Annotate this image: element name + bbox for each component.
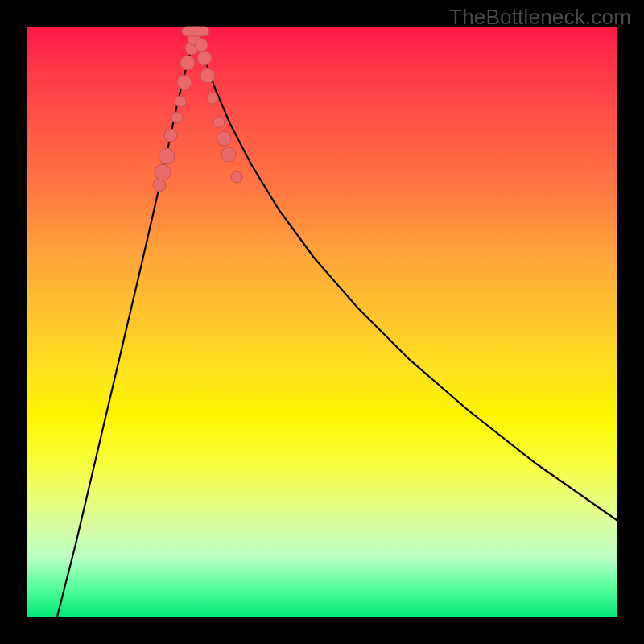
data-marker — [177, 75, 192, 89]
data-marker — [197, 51, 212, 65]
plot-area — [27, 27, 617, 617]
data-marker — [155, 164, 171, 180]
data-marker — [180, 56, 195, 70]
watermark-text: TheBottleneck.com — [449, 5, 631, 30]
data-marker — [207, 93, 218, 104]
markers-left — [153, 32, 200, 192]
data-marker — [153, 179, 166, 192]
data-marker — [217, 131, 231, 146]
data-marker — [164, 129, 177, 142]
chart-svg — [27, 27, 617, 617]
data-marker — [171, 112, 183, 123]
bottom-lozenge — [182, 27, 209, 36]
data-marker — [231, 171, 242, 183]
markers-right — [195, 39, 242, 183]
data-marker — [221, 147, 236, 162]
data-marker — [175, 96, 186, 107]
data-marker — [159, 148, 175, 164]
data-marker — [200, 68, 215, 83]
outer-frame: TheBottleneck.com — [0, 0, 644, 644]
curve-right-branch — [196, 27, 617, 520]
data-marker — [213, 117, 225, 128]
data-marker — [195, 39, 208, 52]
